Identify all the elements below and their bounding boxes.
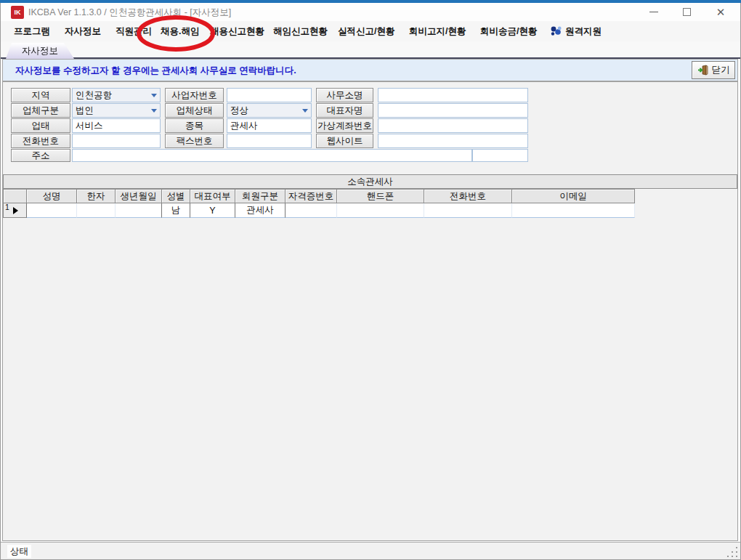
cell-hanja — [77, 203, 116, 218]
row-selector-cell[interactable]: 1 — [4, 203, 27, 218]
col-mobile: 핸드폰 — [337, 189, 424, 203]
minimize-button[interactable] — [643, 3, 665, 21]
region-value: 인천공항 — [73, 89, 148, 102]
col-license-no: 자격증번호 — [286, 189, 337, 203]
table-row[interactable]: 1 남 Y 관세사 — [3, 203, 635, 218]
chevron-down-icon — [299, 109, 311, 113]
label-business-no: 사업자번호 — [165, 88, 224, 102]
notice-bar: 자사정보를 수정하고자 할 경우에는 관세사회 사무실로 연락바랍니다. 닫기 — [2, 59, 738, 81]
company-type-value: 법인 — [73, 105, 148, 117]
close-view-label: 닫기 — [712, 64, 730, 76]
chevron-down-icon — [148, 109, 160, 113]
cell-is-rep: Y — [190, 203, 235, 218]
label-company-status: 업체상태 — [165, 103, 224, 118]
col-email: 이메일 — [512, 189, 635, 203]
menu-performance[interactable]: 실적신고/현황 — [338, 21, 394, 41]
cell-gender: 남 — [162, 203, 190, 218]
col-phone: 전화번호 — [424, 189, 512, 203]
close-icon: ✕ — [716, 6, 726, 19]
address-extra-input[interactable] — [472, 149, 528, 162]
col-birthdate: 생년월일 — [116, 189, 162, 203]
website-input[interactable] — [378, 134, 528, 148]
label-region: 지역 — [11, 88, 70, 102]
label-website: 웹사이트 — [316, 134, 373, 148]
menu-dismiss-report[interactable]: 해임신고현황 — [273, 21, 328, 41]
fax-input[interactable] — [227, 134, 312, 148]
app-window: IK IKCBA Ver 1.1.3.0 / 인천공항관세사회 - [자사정보]… — [0, 0, 741, 560]
col-name: 성명 — [27, 189, 77, 203]
menu-dues-transfer[interactable]: 회비송금/현황 — [480, 21, 537, 41]
close-view-button[interactable]: 닫기 — [692, 61, 735, 79]
col-is-rep: 대표여부 — [190, 189, 235, 203]
tab-company-info[interactable]: 자사정보 — [6, 43, 74, 59]
close-button[interactable]: ✕ — [710, 3, 732, 21]
notice-message: 자사정보를 수정하고자 할 경우에는 관세사회 사무실로 연락바랍니다. — [15, 65, 296, 77]
cell-license-no — [286, 203, 337, 218]
cell-email — [512, 203, 635, 218]
col-hanja: 한자 — [77, 189, 116, 203]
label-address: 주소 — [11, 149, 70, 162]
members-group-header: 소속관세사 — [3, 174, 737, 189]
cell-mobile — [337, 203, 424, 218]
tab-strip: 자사정보 — [1, 41, 740, 59]
label-business-kind: 업태 — [11, 118, 70, 133]
app-logo-icon: IK — [11, 6, 24, 19]
label-business-item: 종목 — [165, 118, 224, 133]
business-no-input[interactable] — [227, 88, 312, 102]
menu-company-info[interactable]: 자사정보 — [65, 21, 101, 41]
cell-name — [27, 203, 77, 218]
label-office-name: 사무소명 — [316, 88, 373, 102]
company-status-value: 정상 — [227, 105, 299, 117]
menu-remote-support[interactable]: 원격지원 — [550, 21, 602, 41]
address-input[interactable] — [72, 149, 472, 162]
company-status-select[interactable]: 정상 — [227, 103, 312, 118]
resize-grip[interactable] — [726, 545, 737, 557]
status-label: 상태 — [7, 545, 31, 558]
cell-phone — [424, 203, 512, 218]
business-kind-input[interactable] — [72, 118, 161, 133]
menu-program[interactable]: 프로그램 — [14, 21, 50, 41]
phone-input[interactable] — [72, 134, 161, 148]
maximize-button[interactable] — [676, 3, 697, 21]
col-gender: 성별 — [162, 189, 190, 203]
window-title: IKCBA Ver 1.1.3.0 / 인천공항관세사회 - [자사정보] — [28, 7, 231, 19]
cell-birthdate — [116, 203, 162, 218]
menu-staff-mgmt[interactable]: 직원관리 — [116, 21, 152, 41]
label-fax: 팩스번호 — [165, 134, 224, 148]
minimize-icon — [649, 12, 658, 12]
exit-door-icon — [697, 65, 709, 76]
col-member-type: 회원구분 — [235, 189, 286, 203]
label-phone: 전화번호 — [11, 134, 70, 148]
menu-hire-dismiss[interactable]: 채용.해임 — [161, 21, 199, 41]
members-grid-header: 성명 한자 생년월일 성별 대표여부 회원구분 자격증번호 핸드폰 전화번호 이… — [3, 189, 635, 203]
col-rownum — [3, 189, 27, 203]
office-name-input[interactable] — [378, 88, 528, 102]
remote-support-icon — [550, 25, 562, 37]
row-number: 1 — [5, 204, 9, 211]
current-record-icon — [13, 207, 18, 214]
menu-bar: 프로그램 자사정보 직원관리 채용.해임 채용신고현황 해임신고현황 실적신고/… — [1, 21, 740, 41]
title-bar: IK IKCBA Ver 1.1.3.0 / 인천공항관세사회 - [자사정보]… — [1, 3, 740, 21]
cell-member-type: 관세사 — [235, 203, 286, 218]
menu-remote-support-label: 원격지원 — [565, 25, 602, 38]
menu-dues-notice[interactable]: 회비고지/현황 — [409, 21, 466, 41]
label-virtual-account: 가상계좌번호 — [316, 118, 373, 133]
label-ceo-name: 대표자명 — [316, 103, 373, 118]
label-company-type: 업체구분 — [11, 103, 70, 118]
chevron-down-icon — [148, 94, 160, 97]
ceo-name-input[interactable] — [378, 103, 528, 118]
region-select[interactable]: 인천공항 — [72, 88, 161, 102]
menu-hire-report[interactable]: 채용신고현황 — [210, 21, 264, 41]
virtual-account-input[interactable] — [378, 118, 528, 133]
business-item-input[interactable] — [227, 118, 312, 133]
status-bar: 상태 — [1, 542, 740, 559]
company-type-select[interactable]: 법인 — [72, 103, 161, 118]
maximize-icon — [683, 8, 691, 16]
